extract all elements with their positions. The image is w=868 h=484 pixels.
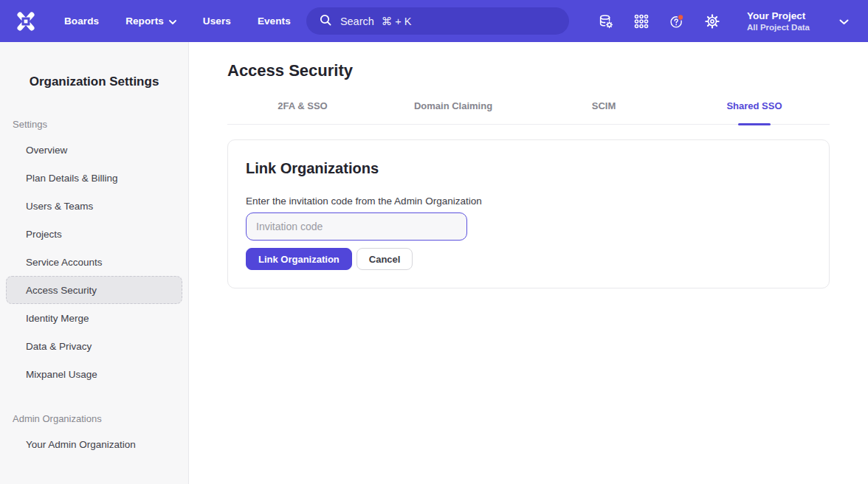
page-title: Access Security bbox=[227, 61, 830, 80]
tab-label: Shared SSO bbox=[726, 100, 782, 111]
project-subtitle: All Project Data bbox=[747, 22, 810, 33]
sidebar-item-label: Users & Teams bbox=[26, 201, 93, 212]
cancel-button[interactable]: Cancel bbox=[356, 248, 413, 270]
project-selector[interactable]: Your Project All Project Data bbox=[747, 10, 810, 33]
tab-2fa-sso[interactable]: 2FA & SSO bbox=[227, 100, 378, 124]
sidebar-title: Organization Settings bbox=[0, 75, 188, 89]
sidebar-item-plan-details-billing[interactable]: Plan Details & Billing bbox=[6, 164, 182, 192]
access-security-tabs: 2FA & SSO Domain Claiming SCIM Shared SS… bbox=[227, 100, 830, 125]
sidebar-item-label: Identity Merge bbox=[26, 313, 89, 324]
sidebar-item-label: Your Admin Organization bbox=[26, 439, 136, 450]
section-label-admin-organizations: Admin Organizations bbox=[13, 413, 188, 424]
link-organization-button[interactable]: Link Organization bbox=[246, 248, 352, 270]
sidebar-item-service-accounts[interactable]: Service Accounts bbox=[6, 248, 182, 276]
sidebar-item-label: Mixpanel Usage bbox=[26, 369, 97, 380]
nav-link-reports[interactable]: Reports bbox=[125, 15, 176, 27]
nav-link-users[interactable]: Users bbox=[203, 15, 231, 27]
sidebar-item-projects[interactable]: Projects bbox=[6, 220, 182, 248]
help-icon[interactable] bbox=[669, 13, 685, 30]
section-label-settings: Settings bbox=[13, 119, 188, 130]
tab-shared-sso[interactable]: Shared SSO bbox=[679, 100, 830, 124]
sidebar-item-access-security[interactable]: Access Security bbox=[6, 276, 182, 304]
primary-nav: Boards Reports Users Events bbox=[64, 15, 291, 27]
app-window: Boards Reports Users Events bbox=[0, 0, 868, 484]
nav-link-boards[interactable]: Boards bbox=[64, 15, 99, 27]
sidebar-item-overview[interactable]: Overview bbox=[6, 136, 182, 164]
chevron-down-icon bbox=[169, 15, 176, 27]
sidebar-item-label: Plan Details & Billing bbox=[26, 173, 118, 184]
sidebar-item-label: Data & Privacy bbox=[26, 341, 92, 352]
main-content: Access Security 2FA & SSO Domain Claimin… bbox=[189, 42, 868, 484]
nav-link-label: Reports bbox=[125, 15, 164, 27]
invitation-code-input[interactable] bbox=[246, 212, 467, 241]
sidebar-item-identity-merge[interactable]: Identity Merge bbox=[6, 304, 182, 332]
nav-link-label: Boards bbox=[64, 15, 99, 27]
project-chevron-down-icon[interactable] bbox=[839, 15, 849, 28]
nav-link-label: Users bbox=[203, 15, 231, 27]
page-body: Organization Settings Settings Overview … bbox=[0, 42, 868, 484]
sidebar-item-your-admin-organization[interactable]: Your Admin Organization bbox=[6, 430, 182, 458]
sidebar-item-label: Access Security bbox=[26, 285, 97, 296]
invitation-code-description: Enter the invitation code from the Admin… bbox=[246, 196, 811, 207]
tab-scim[interactable]: SCIM bbox=[528, 100, 679, 124]
tab-label: Domain Claiming bbox=[414, 100, 492, 111]
settings-nav-list: Overview Plan Details & Billing Users & … bbox=[0, 136, 188, 388]
card-title: Link Organizations bbox=[246, 160, 811, 177]
sidebar-item-users-teams[interactable]: Users & Teams bbox=[6, 192, 182, 220]
search-shortcut: ⌘ + K bbox=[382, 15, 412, 27]
top-navbar: Boards Reports Users Events bbox=[0, 0, 868, 42]
sidebar-item-label: Overview bbox=[26, 145, 67, 156]
mixpanel-logo-icon[interactable] bbox=[15, 10, 37, 32]
search-area: Search ⌘ + K bbox=[291, 7, 585, 35]
project-name: Your Project bbox=[747, 10, 810, 22]
data-management-icon[interactable] bbox=[598, 13, 614, 30]
search-placeholder: Search bbox=[340, 15, 374, 27]
tab-domain-claiming[interactable]: Domain Claiming bbox=[378, 100, 528, 124]
card-actions: Link Organization Cancel bbox=[246, 248, 811, 270]
link-organizations-card: Link Organizations Enter the invitation … bbox=[227, 139, 830, 288]
search-input[interactable]: Search ⌘ + K bbox=[306, 7, 569, 35]
tab-label: SCIM bbox=[592, 100, 616, 111]
admin-nav-list: Your Admin Organization bbox=[0, 430, 188, 458]
sidebar-item-label: Service Accounts bbox=[26, 257, 103, 268]
navbar-actions: Your Project All Project Data bbox=[598, 10, 853, 33]
sidebar-item-mixpanel-usage[interactable]: Mixpanel Usage bbox=[6, 360, 182, 388]
settings-sidebar: Organization Settings Settings Overview … bbox=[0, 42, 189, 484]
apps-grid-icon[interactable] bbox=[633, 13, 650, 30]
sidebar-item-label: Projects bbox=[26, 229, 62, 240]
nav-link-events[interactable]: Events bbox=[258, 15, 291, 27]
sidebar-item-data-privacy[interactable]: Data & Privacy bbox=[6, 332, 182, 360]
nav-link-label: Events bbox=[258, 15, 291, 27]
settings-gear-icon[interactable] bbox=[704, 13, 720, 30]
search-icon bbox=[318, 13, 333, 30]
tab-label: 2FA & SSO bbox=[278, 100, 327, 111]
